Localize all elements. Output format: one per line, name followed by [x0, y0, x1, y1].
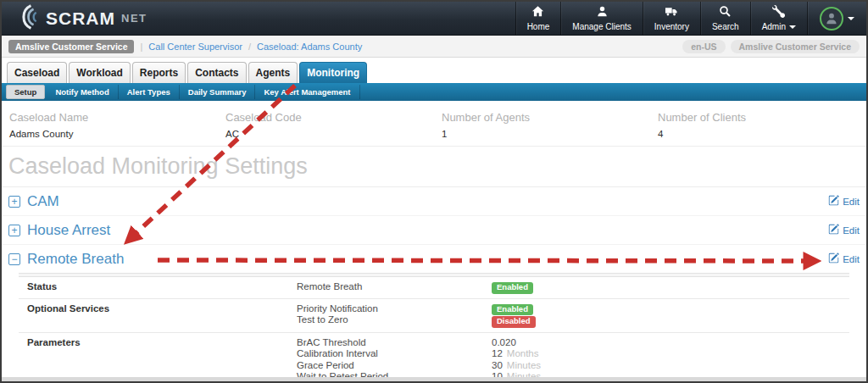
expand-plus-icon[interactable]: +: [8, 196, 20, 208]
parameter-value: 30: [492, 360, 503, 370]
caseload-info-row: Caseload Name Adams County Caseload Code…: [2, 101, 866, 147]
info-number-of-agents: Number of Agents 1: [434, 111, 650, 139]
collapse-minus-icon[interactable]: −: [8, 253, 20, 265]
organization-badge: Amslive Customer Service: [731, 40, 860, 53]
info-value: AC: [225, 129, 434, 139]
nav-item-inventory[interactable]: Inventory: [643, 2, 700, 35]
info-label: Number of Clients: [658, 111, 866, 124]
scramnet-swoosh-icon: [14, 3, 41, 35]
info-number-of-clients: Number of Clients 4: [650, 111, 866, 139]
info-caseload-name: Caseload Name Adams County: [2, 111, 218, 139]
breadcrumb-link-supervisor[interactable]: Call Center Supervisor: [148, 42, 242, 52]
nav-item-home[interactable]: Home: [515, 2, 561, 35]
edit-remote-breath-link[interactable]: Edit: [828, 253, 860, 265]
home-icon: [531, 5, 544, 19]
pencil-square-icon: [828, 253, 839, 265]
navbar-menu: Home Manage Clients Inventory Search: [515, 2, 866, 35]
section-house-arrest: + House Arrest Edit: [2, 216, 866, 245]
parameter-name: BrAC Threshold: [297, 337, 492, 349]
search-icon: [719, 5, 732, 19]
tab-monitoring[interactable]: Monitoring: [299, 62, 367, 83]
setting-name: Priority Notification: [297, 303, 492, 315]
chevron-down-icon: [789, 25, 796, 29]
sub-tab-bar: Setup Notify Method Alert Types Daily Su…: [2, 83, 866, 101]
section-name-cam[interactable]: CAM: [27, 194, 59, 208]
brand-scram-text: SCRAM: [46, 8, 115, 29]
info-label: Number of Agents: [442, 111, 650, 124]
subtab-setup[interactable]: Setup: [6, 85, 45, 99]
nav-item-search[interactable]: Search: [700, 2, 750, 35]
status-badge: Disabled: [492, 316, 536, 328]
edit-label: Edit: [843, 254, 860, 264]
chevron-down-icon: [848, 17, 854, 20]
avatar: [820, 7, 843, 31]
locale-badge: en-US: [682, 40, 725, 53]
tab-caseload[interactable]: Caseload: [7, 62, 67, 83]
nav-item-label: Admin: [762, 22, 786, 31]
info-label: Caseload Code: [225, 111, 434, 124]
user-menu-button[interactable]: [807, 2, 866, 35]
scramnet-logo: SCRAM NET: [2, 2, 156, 35]
section-remote-breath: − Remote Breath Edit: [2, 245, 866, 273]
subtab-alert-types[interactable]: Alert Types: [119, 85, 180, 99]
nav-item-label: Home: [527, 22, 550, 31]
page-title-wrap: Caseload Monitoring Settings: [2, 147, 866, 187]
tab-bar: Caseload Workload Reports Contacts Agent…: [2, 58, 866, 83]
person-icon: [596, 5, 609, 19]
truck-icon: [665, 5, 678, 19]
section-cam: + CAM Edit: [2, 187, 866, 216]
tab-contacts[interactable]: Contacts: [187, 62, 246, 83]
row-label: Status: [27, 281, 297, 294]
edit-label: Edit: [843, 197, 860, 207]
subtab-daily-summary[interactable]: Daily Summary: [180, 85, 256, 99]
nav-item-admin[interactable]: Admin: [750, 2, 807, 35]
setting-name: Test to Zero: [297, 314, 492, 326]
status-badge: Enabled: [492, 282, 533, 294]
remote-breath-details-table: Status Remote Breath Enabled Optional Se…: [19, 273, 849, 383]
row-label: Parameters: [27, 337, 297, 383]
edit-label: Edit: [843, 225, 860, 236]
expand-plus-icon[interactable]: +: [8, 225, 20, 236]
brand-net-text: NET: [121, 12, 147, 25]
pencil-square-icon: [828, 195, 839, 208]
edit-cam-link[interactable]: Edit: [828, 195, 860, 208]
status-badge: Enabled: [492, 304, 533, 316]
context-badge: Amslive Customer Service: [8, 40, 134, 53]
parameter-value: 12: [492, 348, 503, 358]
pencil-square-icon: [828, 224, 839, 236]
nav-item-label: Manage Clients: [572, 22, 631, 31]
parameter-unit: Months: [507, 348, 539, 358]
info-value: 1: [442, 129, 650, 139]
breadcrumb: Amslive Customer Service | Call Center S…: [2, 36, 866, 58]
tab-reports[interactable]: Reports: [132, 62, 186, 83]
edit-house-arrest-link[interactable]: Edit: [828, 224, 860, 236]
section-name-remote-breath[interactable]: Remote Breath: [27, 252, 124, 266]
info-caseload-code: Caseload Code AC: [218, 111, 434, 139]
parameter-value: 0.020: [492, 337, 516, 347]
nav-item-manage-clients[interactable]: Manage Clients: [560, 2, 642, 35]
section-name-house-arrest[interactable]: House Arrest: [27, 223, 110, 237]
nav-item-label: Search: [712, 22, 739, 31]
top-navbar: SCRAM NET Home Manage Clients Invento: [2, 2, 866, 36]
page-title: Caseload Monitoring Settings: [8, 153, 860, 180]
breadcrumb-link-caseload[interactable]: Caseload: Adams County: [257, 42, 362, 52]
row-label: Optional Services: [27, 303, 297, 328]
tab-agents[interactable]: Agents: [248, 62, 298, 83]
tab-workload[interactable]: Workload: [69, 62, 130, 83]
subtab-notify-method[interactable]: Notify Method: [47, 85, 118, 99]
table-row: Optional Services Priority Notification …: [19, 299, 849, 333]
table-row: Parameters BrAC Threshold Calibration In…: [19, 333, 849, 383]
scramnet-app-window: SCRAM NET Home Manage Clients Invento: [0, 0, 868, 383]
bottom-strip: [2, 377, 866, 381]
breadcrumb-separator: |: [140, 42, 142, 52]
breadcrumb-separator: /: [248, 42, 251, 52]
parameter-name: Grace Period: [297, 360, 492, 372]
nav-item-label: Inventory: [654, 22, 689, 31]
info-value: Adams County: [9, 129, 218, 139]
subtab-key-alert-management[interactable]: Key Alert Management: [255, 85, 359, 99]
parameter-unit: Minutes: [507, 360, 541, 370]
info-label: Caseload Name: [9, 111, 218, 124]
setting-name: Remote Breath: [297, 281, 492, 293]
parameter-name: Calibration Interval: [297, 348, 492, 360]
table-row: Status Remote Breath Enabled: [19, 277, 849, 299]
